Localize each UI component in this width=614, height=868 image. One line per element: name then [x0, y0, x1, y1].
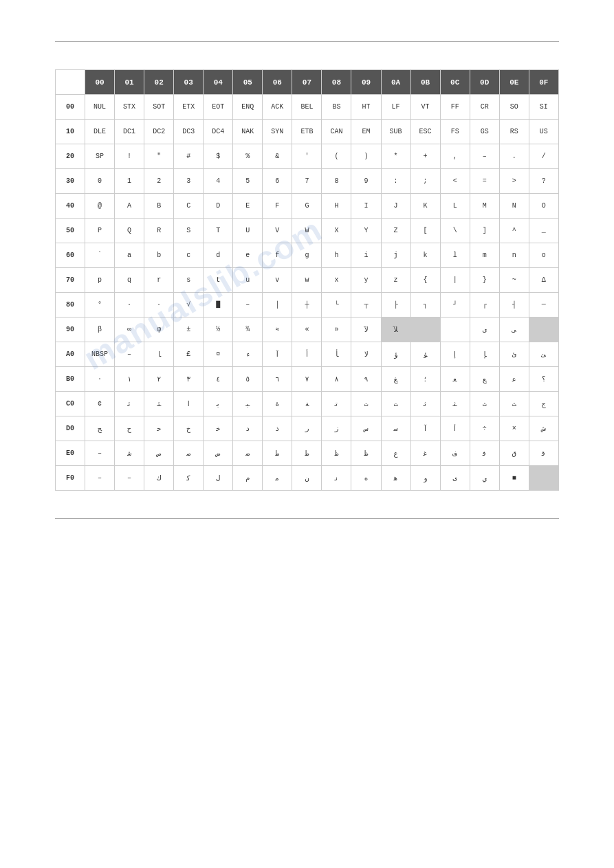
cell-F0-0C: ﻯ	[440, 466, 470, 491]
cell-10-00: DLE	[85, 120, 115, 144]
cell-90-03: ±	[174, 318, 204, 342]
cell-D0-03: ﺥ	[174, 416, 204, 441]
cell-E0-0F: ﻗ	[529, 441, 558, 466]
cell-00-01: STX	[115, 95, 144, 120]
cell-C0-07: ﺔ	[292, 392, 322, 416]
row-C0: C0¢ﺋﺌﺍﺑﺒﺓﺔﺗﺕﺖﺛﺜﺙﺚﺝ	[56, 392, 559, 416]
cell-70-07: w	[292, 268, 322, 293]
cell-E0-0E: ﻕ	[499, 441, 529, 466]
cell-E0-06: ﻁ	[263, 441, 292, 466]
cell-D0-0E: ×	[499, 416, 529, 441]
corner-header	[56, 70, 85, 95]
cell-00-00: NUL	[85, 95, 115, 120]
cell-E0-0B: ﻏ	[410, 441, 440, 466]
row-header-60: 60	[56, 243, 85, 268]
cell-50-04: T	[204, 219, 233, 243]
cell-40-00: @	[85, 194, 115, 219]
cell-A0-06: ﺁ	[263, 342, 292, 367]
cell-70-00: p	[85, 268, 115, 293]
row-40: 40@ABCDEFGHIJKLMNO	[56, 194, 559, 219]
cell-40-06: F	[263, 194, 292, 219]
cell-70-02: r	[144, 268, 174, 293]
col-header-0F: 0F	[529, 70, 558, 95]
cell-E0-0C: ﻑ	[440, 441, 470, 466]
cell-F0-00: –	[85, 466, 115, 491]
cell-20-06: &	[263, 144, 292, 169]
col-header-02: 02	[144, 70, 174, 95]
cell-70-0A: z	[381, 268, 410, 293]
cell-30-01: 1	[115, 169, 144, 194]
cell-D0-00: ﺞ	[85, 416, 115, 441]
cell-B0-0E: ﻋ	[499, 367, 529, 392]
cell-60-05: e	[233, 243, 263, 268]
cell-80-05: –	[233, 293, 263, 318]
cell-D0-04: ﺧ	[204, 416, 233, 441]
cell-90-00: β	[85, 318, 115, 342]
row-10: 10DLEDC1DC2DC3DC4NAKSYNETBCANEMSUBESCFSG…	[56, 120, 559, 144]
cell-C0-00: ¢	[85, 392, 115, 416]
cell-10-02: DC2	[144, 120, 174, 144]
cell-E0-04: ﺽ	[204, 441, 233, 466]
row-header-10: 10	[56, 120, 85, 144]
row-D0: D0ﺞﺡﺣﺥﺧﺩﺫﺭﺯﺱﺳآأ÷×ﺵ	[56, 416, 559, 441]
cell-30-09: 9	[351, 169, 381, 194]
row-header-D0: D0	[56, 416, 85, 441]
cell-C0-0B: ﺛ	[410, 392, 440, 416]
cell-60-04: d	[204, 243, 233, 268]
cell-B0-09: ٩	[351, 367, 381, 392]
top-rule	[55, 41, 559, 42]
cell-F0-0B: ﻭ	[410, 466, 440, 491]
cell-40-0F: O	[529, 194, 558, 219]
cell-90-05: ¾	[233, 318, 263, 342]
cell-10-08: CAN	[322, 120, 351, 144]
cell-10-03: DC3	[174, 120, 204, 144]
cell-30-0A: :	[381, 169, 410, 194]
row-00: 00NULSTXSOTETXEOTENQACKBELBSHTLFVTFFCRSO…	[56, 95, 559, 120]
cell-00-06: ACK	[263, 95, 292, 120]
col-header-07: 07	[292, 70, 322, 95]
cell-70-03: s	[174, 268, 204, 293]
cell-70-0F: Δ	[529, 268, 558, 293]
character-table: 000102030405060708090A0B0C0D0E0F 00NULST…	[55, 69, 559, 491]
cell-C0-0C: ﺜ	[440, 392, 470, 416]
row-E0: E0–ﺷﺹﺻﺽﺿﻁﻃﻅﻇﻉﻏﻑﻓﻕﻗ	[56, 441, 559, 466]
cell-40-0B: K	[410, 194, 440, 219]
cell-00-0F: SI	[529, 95, 558, 120]
row-20: 20SP!"#$%&'()*+,–./	[56, 144, 559, 169]
cell-00-0E: SO	[499, 95, 529, 120]
cell-00-09: HT	[351, 95, 381, 120]
cell-A0-04: ¤	[204, 342, 233, 367]
cell-70-01: q	[115, 268, 144, 293]
cell-E0-05: ﺿ	[233, 441, 263, 466]
col-header-0A: 0A	[381, 70, 410, 95]
cell-00-02: SOT	[144, 95, 174, 120]
cell-10-0F: US	[529, 120, 558, 144]
cell-C0-03: ﺍ	[174, 392, 204, 416]
cell-90-07: «	[292, 318, 322, 342]
cell-80-00: °	[85, 293, 115, 318]
cell-A0-0A: ﺅ	[381, 342, 410, 367]
cell-50-0C: \	[440, 219, 470, 243]
cell-70-04: t	[204, 268, 233, 293]
cell-80-0B: ┐	[410, 293, 440, 318]
cell-60-0A: j	[381, 243, 410, 268]
cell-A0-05: ﺀ	[233, 342, 263, 367]
cell-30-0C: <	[440, 169, 470, 194]
cell-F0-0A: ﻫ	[381, 466, 410, 491]
cell-90-0A: ﻶ	[381, 318, 410, 342]
cell-B0-04: ٤	[204, 367, 233, 392]
cell-50-0B: [	[410, 219, 440, 243]
cell-B0-01: ١	[115, 367, 144, 392]
cell-C0-0F: ﺝ	[529, 392, 558, 416]
cell-D0-08: ﺯ	[322, 416, 351, 441]
cell-F0-05: ﻡ	[233, 466, 263, 491]
cell-50-07: W	[292, 219, 322, 243]
row-F0: F0––ﻙﻛﻝﻡﻣﻥﻧﻩﻫﻭﻯﻱ■	[56, 466, 559, 491]
cell-80-0C: ┘	[440, 293, 470, 318]
cell-10-06: SYN	[263, 120, 292, 144]
cell-E0-07: ﻃ	[292, 441, 322, 466]
cell-10-0E: RS	[499, 120, 529, 144]
cell-D0-0F: ﺵ	[529, 416, 558, 441]
cell-10-04: DC4	[204, 120, 233, 144]
cell-00-08: BS	[322, 95, 351, 120]
